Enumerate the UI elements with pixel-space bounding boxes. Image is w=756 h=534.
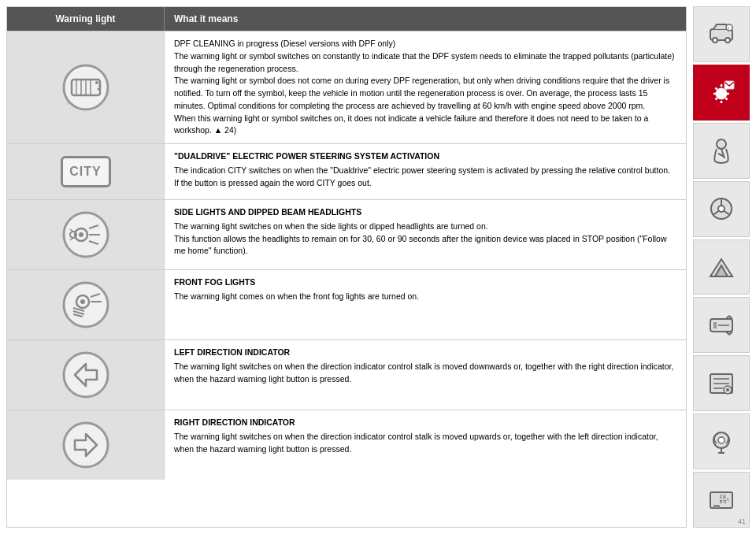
table-row: LEFT DIRECTION INDICATOR The warning lig… bbox=[7, 339, 686, 410]
sidebar-item-car-info[interactable]: i bbox=[693, 6, 750, 62]
svg-point-6 bbox=[95, 81, 98, 84]
svg-line-41 bbox=[716, 88, 717, 90]
svg-point-29 bbox=[64, 423, 108, 467]
left-arrow-text: The warning light switches on when the d… bbox=[174, 361, 676, 386]
right-arrow-title: RIGHT DIRECTION INDICATOR bbox=[174, 417, 676, 429]
table-header: Warning light What it means bbox=[7, 7, 686, 31]
table-row: FRONT FOG LIGHTS The warning light comes… bbox=[7, 269, 686, 339]
svg-rect-45 bbox=[724, 81, 734, 89]
warning-light-sidebar-icon bbox=[707, 78, 736, 106]
headlights-text-cell: SIDE LIGHTS AND DIPPED BEAM HEADLIGHTS T… bbox=[165, 200, 686, 269]
svg-point-19 bbox=[64, 283, 108, 327]
car-icon: i bbox=[707, 20, 736, 48]
city-icon-cell: CITY bbox=[7, 144, 165, 199]
svg-point-8 bbox=[97, 88, 99, 91]
svg-point-36 bbox=[716, 88, 727, 99]
svg-point-66 bbox=[718, 437, 724, 443]
svg-text:I C A: I C A bbox=[721, 497, 730, 502]
sidebar-item-warning-light[interactable] bbox=[693, 65, 750, 121]
header-what-it-means: What it means bbox=[165, 7, 686, 31]
svg-point-33 bbox=[725, 38, 730, 43]
fog-text: The warning light comes on when the fron… bbox=[174, 291, 676, 303]
map-icon: Z E B S I C A bbox=[707, 486, 736, 514]
seatbelt-icon bbox=[707, 136, 736, 165]
table-row: SIDE LIGHTS AND DIPPED BEAM HEADLIGHTS T… bbox=[7, 199, 686, 269]
svg-rect-73 bbox=[713, 505, 720, 508]
table-row: ! DPF CLEANING in progress (Diesel versi… bbox=[7, 31, 686, 143]
headlights-icon-cell bbox=[7, 200, 165, 269]
fog-icon-cell bbox=[7, 270, 165, 339]
sidebar-item-navigation[interactable] bbox=[693, 413, 750, 469]
settings-list-icon bbox=[707, 369, 736, 398]
svg-point-12 bbox=[79, 232, 83, 237]
table-row: CITY "DUALDRIVE" ELECTRIC POWER STEERING… bbox=[7, 143, 686, 199]
svg-point-46 bbox=[717, 139, 726, 149]
svg-point-50 bbox=[718, 206, 724, 212]
wrench-icon bbox=[707, 311, 736, 339]
city-text-cell: "DUALDRIVE" ELECTRIC POWER STEERING SYST… bbox=[165, 144, 686, 199]
sidebar-item-map[interactable]: Z E B S I C A 41 bbox=[693, 472, 750, 528]
dpf-icon-cell: ! bbox=[7, 32, 165, 143]
right-arrow-icon-cell bbox=[7, 410, 165, 480]
fog-icon bbox=[61, 280, 111, 330]
headlights-icon bbox=[61, 210, 111, 260]
right-arrow-text-cell: RIGHT DIRECTION INDICATOR The warning li… bbox=[165, 410, 686, 480]
sidebar-item-road[interactable] bbox=[693, 239, 750, 295]
right-arrow-text: The warning light switches on when the d… bbox=[174, 431, 676, 456]
headlights-text: The warning light switches on when the s… bbox=[174, 221, 676, 258]
navigation-icon bbox=[707, 428, 736, 456]
svg-point-27 bbox=[64, 353, 108, 397]
city-text: The indication CITY switches on when the… bbox=[174, 165, 676, 190]
header-warning-light: Warning light bbox=[7, 7, 165, 31]
svg-line-44 bbox=[716, 98, 717, 100]
svg-text:!: ! bbox=[67, 99, 69, 106]
sidebar-item-settings-list[interactable] bbox=[693, 355, 750, 411]
svg-line-42 bbox=[725, 98, 727, 100]
fog-title: FRONT FOG LIGHTS bbox=[174, 276, 676, 289]
left-arrow-text-cell: LEFT DIRECTION INDICATOR The warning lig… bbox=[165, 340, 686, 410]
svg-point-7 bbox=[98, 85, 101, 87]
sidebar-item-maintenance[interactable] bbox=[693, 297, 750, 353]
left-arrow-icon-cell bbox=[7, 340, 165, 410]
dpf-icon: ! bbox=[61, 62, 111, 113]
dpf-text: DPF CLEANING in progress (Diesel version… bbox=[174, 38, 676, 137]
fog-text-cell: FRONT FOG LIGHTS The warning light comes… bbox=[165, 270, 686, 339]
city-badge: CITY bbox=[61, 156, 111, 187]
table-row: RIGHT DIRECTION INDICATOR The warning li… bbox=[7, 410, 686, 480]
left-direction-icon bbox=[61, 350, 111, 400]
page-number: 41 bbox=[738, 517, 746, 525]
right-direction-icon bbox=[61, 420, 111, 470]
road-icon bbox=[707, 253, 736, 281]
svg-point-64 bbox=[726, 388, 729, 391]
steering-icon bbox=[707, 195, 736, 223]
main-table: Warning light What it means ! DPF C bbox=[6, 6, 687, 528]
sidebar-item-safety[interactable] bbox=[693, 123, 750, 179]
sidebar-item-steering[interactable] bbox=[693, 181, 750, 237]
dpf-text-cell: DPF CLEANING in progress (Diesel version… bbox=[165, 32, 686, 143]
svg-point-21 bbox=[80, 299, 85, 304]
left-arrow-title: LEFT DIRECTION INDICATOR bbox=[174, 347, 676, 359]
city-title: "DUALDRIVE" ELECTRIC POWER STEERING SYST… bbox=[174, 150, 676, 163]
headlights-title: SIDE LIGHTS AND DIPPED BEAM HEADLIGHTS bbox=[174, 206, 676, 219]
sidebar: i bbox=[693, 6, 750, 528]
svg-point-32 bbox=[713, 38, 717, 43]
